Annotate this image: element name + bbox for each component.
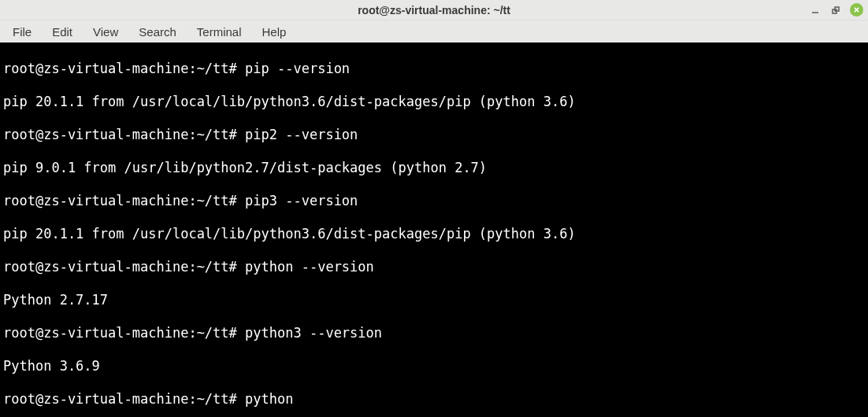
menu-search[interactable]: Search xyxy=(129,22,186,42)
maximize-icon xyxy=(832,6,840,14)
terminal-line: root@zs-virtual-machine:~/tt# pip3 --ver… xyxy=(3,193,865,209)
window-title: root@zs-virtual-machine: ~/tt xyxy=(358,4,510,17)
close-button[interactable] xyxy=(850,3,863,17)
menu-terminal[interactable]: Terminal xyxy=(187,22,251,42)
menu-file[interactable]: File xyxy=(3,22,41,42)
menu-edit[interactable]: Edit xyxy=(43,22,82,42)
window-titlebar: root@zs-virtual-machine: ~/tt xyxy=(0,0,868,20)
window-controls xyxy=(809,3,863,17)
menubar: File Edit View Search Terminal Help xyxy=(0,20,868,42)
terminal-line: root@zs-virtual-machine:~/tt# pip2 --ver… xyxy=(3,127,865,143)
maximize-button[interactable] xyxy=(829,4,842,17)
terminal-line: pip 20.1.1 from /usr/local/lib/python3.6… xyxy=(3,94,865,110)
menu-help[interactable]: Help xyxy=(253,22,296,42)
terminal-line: pip 9.0.1 from /usr/lib/python2.7/dist-p… xyxy=(3,160,865,176)
minimize-icon xyxy=(811,6,819,14)
terminal-body[interactable]: root@zs-virtual-machine:~/tt# pip --vers… xyxy=(0,42,868,417)
terminal-line: root@zs-virtual-machine:~/tt# python --v… xyxy=(3,259,865,275)
terminal-line: root@zs-virtual-machine:~/tt# python xyxy=(3,391,865,408)
terminal-line: Python 3.6.9 xyxy=(3,358,865,375)
menu-view[interactable]: View xyxy=(83,22,128,42)
terminal-line: pip 20.1.1 from /usr/local/lib/python3.6… xyxy=(3,226,865,242)
minimize-button[interactable] xyxy=(809,4,822,17)
terminal-line: root@zs-virtual-machine:~/tt# pip --vers… xyxy=(3,61,865,77)
terminal-line: root@zs-virtual-machine:~/tt# python3 --… xyxy=(3,325,865,341)
close-icon xyxy=(853,6,860,13)
terminal-line: Python 2.7.17 xyxy=(3,292,865,308)
